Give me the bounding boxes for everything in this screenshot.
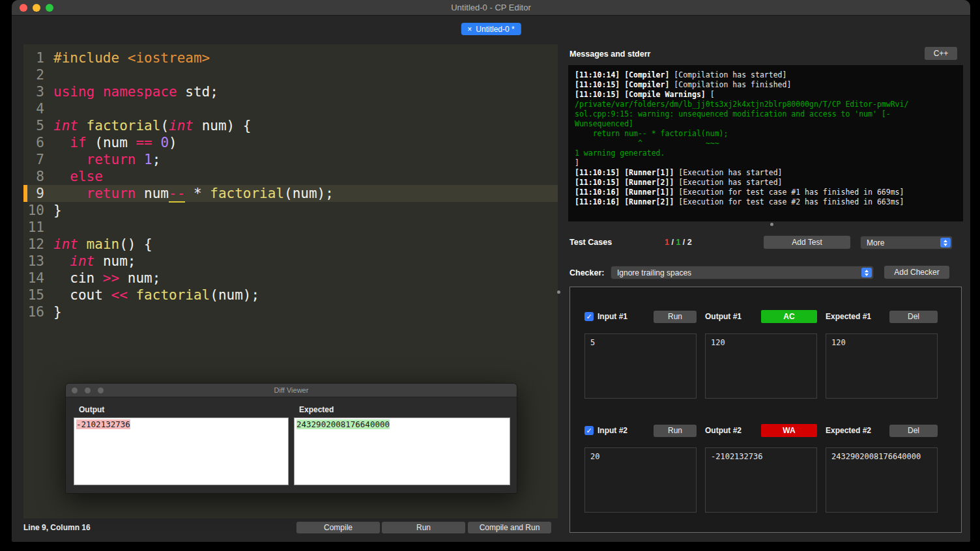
code-text: if (num == 0) — [53, 134, 558, 151]
line-number: 6 — [27, 134, 53, 151]
line-number: 2 — [27, 66, 53, 83]
code-area[interactable]: 1#include <iostream>23using namespace st… — [23, 44, 558, 320]
console-line: [11:10:15] [Runner[1]] [Execution has st… — [575, 168, 957, 178]
line-number: 12 — [27, 236, 53, 253]
diff-viewer-window[interactable]: Diff Viewer Output Expected -2102132736 … — [65, 383, 517, 494]
code-text: int factorial(int num) { — [53, 117, 558, 134]
code-line[interactable]: 11 — [23, 219, 558, 236]
console-line: [11:10:15] [Compile Warnings] [ — [575, 90, 957, 100]
console-line: 1 warning generated. — [575, 148, 957, 158]
add-test-button[interactable]: Add Test — [764, 236, 850, 249]
diff-expected-pane: 2432902008176640000 — [294, 417, 510, 485]
code-line[interactable]: 3using namespace std; — [23, 83, 558, 100]
output-2-textarea[interactable]: -2102132736 — [705, 447, 817, 513]
input-2-checkbox[interactable]: ✓ — [584, 426, 594, 435]
minimize-window-button[interactable] — [33, 4, 40, 12]
code-line[interactable]: 9 return num-- * factorial(num); — [23, 185, 558, 202]
diff-viewer-title: Diff Viewer — [66, 384, 517, 397]
expected-2-label: Expected #2 — [826, 426, 871, 435]
diff-close-button[interactable] — [72, 388, 78, 393]
code-line[interactable]: 7 return 1; — [23, 151, 558, 168]
compile-button[interactable]: Compile — [296, 522, 380, 533]
console-output[interactable]: [11:10:14] [Compiler] [Compilation has s… — [568, 65, 963, 221]
add-checker-button[interactable]: Add Checker — [884, 266, 949, 279]
console-line: Wunsequenced] — [575, 119, 957, 129]
code-line[interactable]: 1#include <iostream> — [23, 49, 558, 66]
diff-minimize-button[interactable] — [85, 388, 91, 393]
line-number: 9 — [27, 185, 53, 202]
code-text: } — [53, 304, 558, 320]
traffic-lights — [20, 4, 53, 12]
console-line: [11:10:15] [Runner[2]] [Execution has st… — [575, 178, 957, 188]
delete-test-2-button[interactable]: Del — [889, 425, 938, 437]
test-cases-container: ✓ Input #1 Run Output #1 AC Expected #1 … — [569, 287, 962, 533]
code-text: cout << factorial(num); — [53, 287, 558, 304]
line-number: 14 — [27, 270, 53, 287]
code-line[interactable]: 10} — [23, 202, 558, 219]
code-line[interactable]: 16} — [23, 304, 558, 320]
more-dropdown-label: More — [867, 238, 884, 247]
expected-1-label: Expected #1 — [826, 312, 871, 321]
code-line[interactable]: 2 — [23, 66, 558, 83]
line-number: 15 — [27, 287, 53, 304]
verdict-2-badge: WA — [761, 424, 817, 437]
code-text: using namespace std; — [53, 83, 558, 100]
code-line[interactable]: 13 int num; — [23, 253, 558, 270]
vertical-splitter-handle[interactable] — [557, 290, 560, 294]
code-line[interactable]: 5int factorial(int num) { — [23, 117, 558, 134]
code-line[interactable]: 6 if (num == 0) — [23, 134, 558, 151]
dropdown-arrows-icon — [861, 268, 872, 277]
code-line[interactable]: 14 cin >> num; — [23, 270, 558, 287]
input-2-textarea[interactable]: 20 — [584, 447, 697, 513]
console-line: [11:10:14] [Compiler] [Compilation has s… — [575, 70, 957, 80]
diff-output-pane: -2102132736 — [74, 417, 289, 485]
diff-output-value: -2102132736 — [76, 419, 130, 429]
output-1-textarea[interactable]: 120 — [705, 333, 817, 399]
run-test-1-button[interactable]: Run — [654, 311, 697, 323]
language-button[interactable]: C++ — [925, 47, 957, 60]
cursor-position-status: Line 9, Column 16 — [23, 523, 91, 532]
tab-close-icon[interactable]: × — [467, 25, 472, 33]
code-line[interactable]: 4 — [23, 100, 558, 117]
diff-zoom-button[interactable] — [98, 388, 104, 393]
code-text: #include <iostream> — [53, 49, 558, 66]
diff-viewer-titlebar[interactable]: Diff Viewer — [66, 384, 517, 397]
console-line: ] — [575, 158, 957, 168]
line-number: 10 — [27, 202, 53, 219]
right-panel: Messages and stderr C++ [11:10:14] [Comp… — [568, 44, 963, 533]
code-text — [53, 219, 558, 236]
zoom-window-button[interactable] — [46, 4, 53, 12]
code-line[interactable]: 8 else — [23, 168, 558, 185]
console-line: [11:10:16] [Runner[1]] [Execution for te… — [575, 188, 957, 197]
delete-test-1-button[interactable]: Del — [889, 311, 938, 323]
input-1-label: Input #1 — [598, 312, 627, 321]
diff-expected-value: 2432902008176640000 — [296, 419, 390, 429]
run-button[interactable]: Run — [382, 522, 465, 533]
line-number: 13 — [27, 253, 53, 270]
more-dropdown[interactable]: More — [860, 236, 953, 249]
input-1-checkbox[interactable]: ✓ — [584, 312, 594, 321]
line-number: 7 — [27, 151, 53, 168]
code-line[interactable]: 12int main() { — [23, 236, 558, 253]
line-number: 1 — [27, 49, 53, 66]
code-text: } — [53, 202, 558, 219]
expected-1-textarea[interactable]: 120 — [826, 333, 938, 399]
compile-and-run-button[interactable]: Compile and Run — [468, 522, 551, 533]
code-text: return num-- * factorial(num); — [53, 185, 558, 202]
output-1-label: Output #1 — [705, 312, 742, 321]
horizontal-splitter-handle[interactable] — [770, 223, 773, 226]
expected-2-textarea[interactable]: 2432902008176640000 — [826, 447, 938, 513]
checker-dropdown[interactable]: Ignore trailing spaces — [611, 266, 874, 279]
test-case-2: ✓ Input #2 Run Output #2 WA Expected #2 … — [584, 424, 938, 513]
console-line: [11:10:15] [Compiler] [Compilation has f… — [575, 80, 957, 90]
test-summary: 1 / 1 / 2 — [665, 238, 692, 247]
line-number: 8 — [27, 168, 53, 185]
run-test-2-button[interactable]: Run — [654, 425, 697, 437]
code-text — [53, 100, 558, 117]
tab-untitled-0[interactable]: × Untitled-0 * — [461, 23, 521, 35]
line-number: 4 — [27, 100, 53, 117]
input-1-textarea[interactable]: 5 — [584, 333, 697, 399]
code-line[interactable]: 15 cout << factorial(num); — [23, 287, 558, 304]
checker-dropdown-value: Ignore trailing spaces — [617, 268, 691, 277]
close-window-button[interactable] — [20, 4, 27, 12]
